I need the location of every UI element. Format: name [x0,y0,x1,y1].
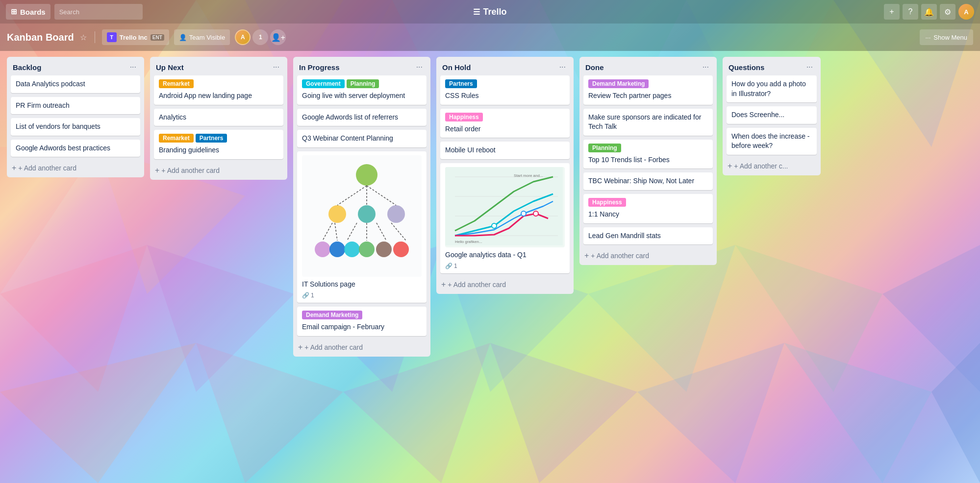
add-card-button[interactable]: + + Add another card [7,161,144,177]
visibility-button[interactable]: 👤 Team Visible [174,29,230,45]
card-d2[interactable]: Make sure sponsors are indicated for Tec… [583,109,713,136]
card-p4[interactable]: IT Solutions page 🔗 1 [297,151,427,303]
menu-dots-icon: ··· [926,34,931,41]
column-header: Done ··· [579,57,717,75]
card-u1[interactable]: Remarket Android App new landing page [154,75,283,105]
card-title: Analytics [159,113,278,122]
svg-line-24 [337,186,367,205]
paperclip-icon: 🔗 [445,263,452,269]
card-q2[interactable]: Does Screenhe... [727,106,817,124]
column-menu-button[interactable]: ··· [414,62,425,72]
card-o2[interactable]: Happiness Retail order [440,109,570,138]
bell-icon: 🔔 [924,7,934,17]
help-button[interactable]: ? [903,4,918,20]
card-d6[interactable]: Lead Gen Mandrill stats [583,227,713,245]
card-labels: Happiness [445,113,565,121]
nav-right-area: + ? 🔔 ⚙ A [884,4,974,20]
notification-button[interactable]: 🔔 [921,4,937,20]
divider [95,31,95,43]
add-card-icon: + [155,166,159,175]
card-label: Partners [196,134,227,143]
attachment-count: 🔗 1 [445,263,457,269]
column-on-hold: On Hold ··· Partners CSS Rules Happiness… [436,57,574,294]
paperclip-icon: 🔗 [302,292,309,299]
card-o3[interactable]: Mobile UI reboot [440,142,570,159]
column-cards: GovernmentPlanning Going live with serve… [293,75,430,340]
card-title: CSS Rules [445,91,565,101]
member-avatar-1[interactable]: A [235,29,251,45]
card-label: Remarket [159,134,194,143]
card-p2[interactable]: Google Adwords list of referrers [297,109,427,126]
add-card-label: + Add another card [591,252,649,260]
card-title: Google analytics data - Q1 [445,250,565,260]
settings-button[interactable]: ⚙ [940,4,955,20]
add-member-button[interactable]: 👤+ [270,29,286,45]
member-count-badge[interactable]: 1 [252,29,268,45]
workspace-label: Trello Inc [120,34,148,41]
svg-line-30 [323,223,332,241]
svg-text:Start more and...: Start more and... [514,173,543,178]
card-q1[interactable]: How do you add a photo in Illustrator? [727,75,817,102]
card-labels: Remarket [159,79,278,88]
card-labels: Happiness [588,198,708,207]
card-label: Happiness [445,113,483,121]
person-add-icon: 👤+ [271,33,285,42]
search-input[interactable] [54,4,143,20]
add-card-button[interactable]: + + Add another card [436,277,574,294]
card-p5[interactable]: Demand Marketing Email campaign - Februa… [297,307,427,336]
add-card-icon: + [298,343,302,352]
svg-point-39 [359,242,375,257]
column-menu-button[interactable]: ··· [271,62,281,72]
card-d3[interactable]: Planning Top 10 Trends list - Forbes [583,140,713,169]
attachment-count: 🔗 1 [302,292,314,299]
card-labels: Demand Marketing [302,311,422,319]
card-q3[interactable]: When does the increase - before week? [727,128,817,155]
card-title: Mobile UI reboot [445,145,565,155]
card-title: TBC Webinar: Ship Now, Not Later [588,176,708,186]
card-b3[interactable]: List of vendors for banquets [11,118,140,136]
card-p1[interactable]: GovernmentPlanning Going live with serve… [297,75,427,105]
column-menu-button[interactable]: ··· [701,62,711,72]
card-p3[interactable]: Q3 Webinar Content Planning [297,130,427,147]
workspace-button[interactable]: T Trello Inc ENT [102,29,169,45]
add-card-button[interactable]: + + Add another c... [723,159,821,175]
card-labels: RemarketPartners [159,134,278,143]
star-button[interactable]: ☆ [79,32,88,43]
boards-button[interactable]: ⊞ Boards [6,4,50,20]
column-title: Done [585,63,604,72]
add-board-button[interactable]: + [884,4,900,20]
card-o4[interactable]: Hello grafiken... Start more and... Goog… [440,163,570,274]
card-b4[interactable]: Google Adwords best practices [11,140,140,157]
card-title: Branding guidelines [159,145,278,155]
card-u3[interactable]: RemarketPartners Branding guidelines [154,130,283,159]
card-o1[interactable]: Partners CSS Rules [440,75,570,105]
user-avatar[interactable]: A [958,4,974,20]
visibility-label: Team Visible [189,34,225,41]
card-label: Government [302,79,345,88]
card-d1[interactable]: Demand Marketing Review Tech partner pag… [583,75,713,105]
add-card-button[interactable]: + + Add another card [293,340,430,357]
card-u2[interactable]: Analytics [154,109,283,126]
column-cards: Data Analytics podcast PR Firm outreach … [7,75,144,161]
column-cards: Remarket Android App new landing page An… [150,75,287,163]
add-card-button[interactable]: + + Add another card [150,163,287,180]
card-d5[interactable]: Happiness 1:1 Nancy [583,194,713,223]
svg-line-34 [377,223,386,241]
card-d4[interactable]: TBC Webinar: Ship Now, Not Later [583,172,713,190]
card-title: Q3 Webinar Content Planning [302,134,422,144]
svg-line-35 [391,223,406,241]
column-header: Up Next ··· [150,57,287,75]
column-menu-button[interactable]: ··· [804,62,815,72]
column-menu-button[interactable]: ··· [557,62,568,72]
add-card-label: + Add another card [304,343,363,351]
column-header: On Hold ··· [436,57,574,75]
boards-grid-icon: ⊞ [11,7,17,16]
card-b2[interactable]: PR Firm outreach [11,97,140,115]
card-title: IT Solutions page [302,280,422,290]
card-b1[interactable]: Data Analytics podcast [11,75,140,93]
show-menu-button[interactable]: ··· Show Menu [920,29,974,45]
kanban-board: Backlog ··· Data Analytics podcast PR Fi… [0,51,980,483]
board-title: Kanban Board [7,32,74,43]
add-card-button[interactable]: + + Add another card [579,248,717,265]
column-menu-button[interactable]: ··· [128,62,138,72]
